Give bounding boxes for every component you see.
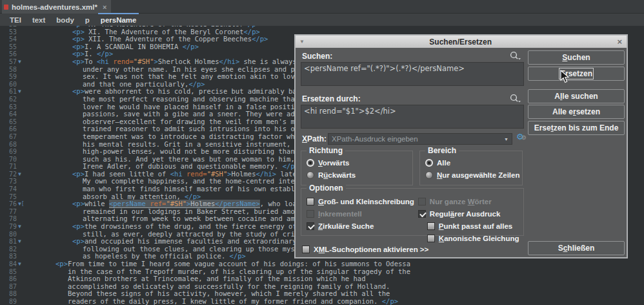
- line-number: 67: [0, 133, 17, 141]
- line-number: 76: [0, 200, 17, 208]
- gutter-spacer: [17, 268, 26, 276]
- mouse-cursor: [560, 70, 570, 84]
- fold-toggle-icon[interactable]: ▼: [17, 88, 26, 96]
- ersetzen-button[interactable]: Ersetzen: [528, 67, 625, 81]
- fold-toggle-icon[interactable]: ▼[: [17, 200, 26, 208]
- line-number: 86: [0, 275, 17, 283]
- gutter-spacer: [17, 133, 26, 141]
- line-number: 87: [0, 283, 17, 291]
- breadcrumb-item-persname[interactable]: persName: [100, 15, 137, 25]
- line-number: 81: [0, 238, 17, 246]
- ersetzen-bis-zum-ende-button[interactable]: Ersetzen bis zum Ende: [528, 121, 625, 135]
- fold-toggle-icon[interactable]: ▼: [17, 238, 26, 246]
- line-number: 65: [0, 118, 17, 126]
- checkbox-regul-rer-ausdruck[interactable]: Regulärer Ausdruck: [418, 207, 523, 220]
- radio-nur-ausgew-hlte-zeilen[interactable]: Nur ausgewählte Zeilen: [425, 169, 522, 181]
- line-number: 54: [0, 36, 17, 43]
- radio-alle[interactable]: Alle: [425, 156, 522, 169]
- search-input-value: <persName ref="(.*?)">(.*?)</persName>: [304, 64, 465, 73]
- gutter-spacer: [17, 36, 26, 43]
- dialog-titlebar[interactable]: ▼ Suchen/Ersetzen ×: [296, 36, 627, 48]
- unchecked-checkbox-icon: [427, 235, 435, 242]
- gutter-spacer: [17, 66, 26, 74]
- fold-toggle-icon[interactable]: ▼: [17, 171, 26, 178]
- schliessen-button[interactable]: Schließen: [528, 241, 625, 255]
- xml-option-row: XML-Suchoptionen aktivieren >>: [302, 243, 428, 255]
- dialog-close-icon[interactable]: ×: [612, 37, 627, 47]
- line-number: 66: [0, 125, 17, 133]
- search-label: Suchen:: [302, 52, 332, 61]
- suchen-button[interactable]: Suchen: [528, 50, 625, 65]
- xpath-combobox[interactable]: XPath-Ausdruck eingeben ▼: [328, 133, 512, 145]
- search-input[interactable]: <persName ref="(.*?)">(.*?)</persName>: [301, 62, 524, 86]
- dialog-title: Suchen/Ersetzen: [308, 37, 612, 47]
- tab-bar: holmes-adventures.xml* ×: [0, 0, 644, 14]
- radio-r-ckw-rts[interactable]: Rückwärts: [307, 169, 412, 181]
- collapse-icon[interactable]: ▼: [296, 39, 308, 45]
- line-number: 82: [0, 246, 17, 253]
- optionen-left: Groß- und KleinschreibungInkrementellZir…: [307, 195, 418, 244]
- gutter-spacer: [17, 50, 26, 58]
- fold-toggle-icon[interactable]: ▼: [17, 223, 26, 231]
- radio-unselected-icon: [425, 171, 433, 179]
- checkbox-punkt-passt-auf-alles[interactable]: Punkt passt auf alles: [427, 220, 523, 232]
- tab-close-icon[interactable]: ×: [103, 3, 106, 11]
- group-bereich: Bereich AlleNur ausgewählte Zeilen: [419, 151, 523, 185]
- gutter-spacer: [17, 253, 26, 260]
- gutter-spacer: [17, 298, 26, 305]
- alle-suchen-button[interactable]: Alle suchen: [528, 89, 625, 103]
- line-number: 71: [0, 163, 17, 171]
- replace-label: Ersetzen durch:: [302, 94, 361, 103]
- fold-toggle-icon[interactable]: ▼: [17, 260, 26, 268]
- replace-history-icon[interactable]: [510, 94, 521, 103]
- xpath-label: XPath:: [302, 134, 327, 143]
- code-text: readers of the daily press, I knew littl…: [26, 298, 398, 305]
- breadcrumb-item-text[interactable]: text: [32, 15, 46, 25]
- breadcrumb-item-p[interactable]: p: [85, 15, 90, 25]
- line-number: 89: [0, 298, 17, 305]
- line-number: 59: [0, 73, 17, 81]
- line-number: 69: [0, 148, 17, 156]
- unchecked-checkbox-icon: [302, 246, 310, 253]
- gutter-spacer: [17, 141, 26, 149]
- line-number: 84: [0, 260, 17, 268]
- breadcrumb-item-tei[interactable]: TEI: [9, 15, 22, 25]
- find-replace-dialog: ▼ Suchen/Ersetzen × Suchen: <persName re…: [294, 34, 628, 258]
- gutter-spacer: [17, 215, 26, 223]
- gutter-spacer: [17, 193, 26, 201]
- gutter-spacer: [17, 163, 26, 171]
- breadcrumb: TEItextbodyppersName: [0, 14, 644, 26]
- checkbox-kanonische-gleichung[interactable]: Kanonische Gleichung: [427, 232, 523, 244]
- code-line[interactable]: 89readers of the daily press, I knew lit…: [0, 298, 644, 305]
- tab-holmes-adventures[interactable]: holmes-adventures.xml* ×: [2, 0, 111, 14]
- search-history-icon[interactable]: [510, 51, 521, 61]
- line-number: 79: [0, 223, 17, 231]
- gutter-spacer: [17, 283, 26, 291]
- line-number: 68: [0, 141, 17, 149]
- line-number: 70: [0, 156, 17, 163]
- fold-toggle-icon[interactable]: ▼: [17, 58, 26, 66]
- gutter-spacer: [17, 125, 26, 133]
- line-number: 62: [0, 96, 17, 103]
- replace-input[interactable]: <hi rend="$1">$2</hi>: [301, 105, 524, 129]
- alle-ersetzen-button[interactable]: Alle ersetzen: [528, 105, 625, 119]
- gutter-spacer: [17, 43, 26, 51]
- gutter-spacer: [17, 118, 26, 126]
- gutter-spacer: [17, 103, 26, 111]
- line-number: 58: [0, 66, 17, 74]
- radio-selected-icon: [425, 159, 433, 167]
- line-number: 83: [0, 253, 17, 260]
- radio-selected-icon: [307, 159, 314, 167]
- checkbox-inkrementell: Inkrementell: [307, 207, 418, 220]
- richtung-group-title: Richtung: [307, 146, 345, 155]
- checkbox-zirkul-re-suche[interactable]: Zirkuläre Suche: [307, 220, 418, 232]
- checked-checkbox-icon: [307, 222, 314, 230]
- checkbox-gro-und-kleinschreibung[interactable]: Groß- und Kleinschreibung: [307, 195, 418, 207]
- xpath-settings-icon[interactable]: ⚙⚙: [516, 132, 527, 142]
- checkbox-xml-suchoptionen-aktivieren[interactable]: XML-Suchoptionen aktivieren >>: [302, 243, 428, 255]
- gutter-spacer: [17, 275, 26, 283]
- breadcrumb-item-body[interactable]: body: [55, 15, 74, 25]
- gutter-spacer: [17, 208, 26, 216]
- line-number: 64: [0, 110, 17, 118]
- radio-vorw-rts[interactable]: Vorwärts: [307, 156, 412, 169]
